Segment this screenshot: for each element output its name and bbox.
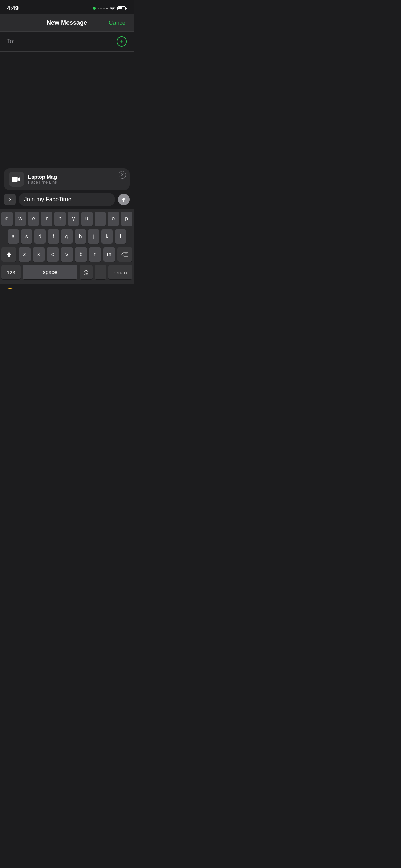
- attachment-subtitle: FaceTime Link: [28, 180, 57, 185]
- attachment-card: Laptop Mag FaceTime Link ✕: [4, 168, 130, 190]
- facetime-icon: [12, 175, 21, 184]
- keyboard-row-3: z x c v b n m: [1, 247, 132, 262]
- status-bar: 4:49: [0, 0, 134, 14]
- message-body: [0, 52, 134, 168]
- key-h[interactable]: h: [75, 229, 86, 244]
- key-at[interactable]: @: [80, 265, 93, 279]
- key-n[interactable]: n: [89, 247, 101, 262]
- key-m[interactable]: m: [103, 247, 115, 262]
- key-e[interactable]: e: [28, 212, 39, 226]
- shift-key[interactable]: [1, 247, 16, 262]
- svg-rect-0: [12, 177, 18, 182]
- status-icons: [93, 6, 127, 10]
- dot-4: [106, 8, 108, 9]
- input-row: Join my FaceTime: [0, 190, 134, 209]
- dot-1: [98, 8, 99, 9]
- key-s[interactable]: s: [21, 229, 32, 244]
- keyboard: q w e r t y u i o p a s d f g h j k l z …: [0, 209, 134, 284]
- page-title: New Message: [47, 19, 87, 26]
- key-i[interactable]: i: [95, 212, 106, 226]
- emoji-button[interactable]: 😊: [3, 286, 17, 289]
- battery-icon: [117, 6, 127, 10]
- key-z[interactable]: z: [19, 247, 31, 262]
- facetime-icon-wrap: [9, 172, 24, 187]
- attachment-info: Laptop Mag FaceTime Link: [28, 174, 57, 185]
- cancel-button[interactable]: Cancel: [109, 20, 127, 26]
- key-w[interactable]: w: [15, 212, 26, 226]
- key-k[interactable]: k: [101, 229, 113, 244]
- message-text: Join my FaceTime: [24, 196, 71, 203]
- send-button[interactable]: [118, 194, 130, 205]
- signal-dots: [98, 8, 108, 9]
- status-time: 4:49: [7, 5, 19, 12]
- key-p[interactable]: p: [121, 212, 132, 226]
- key-period[interactable]: .: [95, 265, 106, 279]
- keyboard-row-2: a s d f g h j k l: [1, 229, 132, 244]
- key-o[interactable]: o: [108, 212, 119, 226]
- key-d[interactable]: d: [34, 229, 46, 244]
- key-a[interactable]: a: [8, 229, 19, 244]
- dot-2: [100, 8, 102, 9]
- dot-3: [103, 8, 105, 9]
- key-t[interactable]: t: [54, 212, 66, 226]
- attachment-title: Laptop Mag: [28, 174, 57, 180]
- keyboard-bottom-bar: 😊: [0, 284, 134, 289]
- keyboard-row-1: q w e r t y u i o p: [1, 212, 132, 226]
- key-v[interactable]: v: [61, 247, 73, 262]
- expand-button[interactable]: [4, 194, 16, 205]
- key-q[interactable]: q: [1, 212, 13, 226]
- message-input[interactable]: Join my FaceTime: [19, 193, 115, 206]
- chevron-right-icon: [8, 197, 12, 202]
- key-x[interactable]: x: [33, 247, 45, 262]
- nav-header: New Message Cancel: [0, 14, 134, 32]
- key-return[interactable]: return: [108, 265, 132, 279]
- key-b[interactable]: b: [75, 247, 87, 262]
- key-u[interactable]: u: [81, 212, 93, 226]
- keyboard-row-4: 123 space @ . return: [1, 265, 132, 279]
- key-space[interactable]: space: [23, 265, 77, 279]
- backspace-key[interactable]: [117, 247, 132, 262]
- key-r[interactable]: r: [41, 212, 52, 226]
- attachment-close-button[interactable]: ✕: [119, 171, 126, 179]
- activity-indicator: [93, 7, 96, 10]
- backspace-icon: [121, 252, 128, 257]
- shift-icon: [6, 251, 12, 257]
- add-recipient-button[interactable]: +: [117, 36, 127, 47]
- wifi-icon: [110, 6, 115, 10]
- to-field[interactable]: To: +: [0, 32, 134, 52]
- send-icon: [121, 197, 126, 202]
- key-l[interactable]: l: [115, 229, 126, 244]
- key-j[interactable]: j: [88, 229, 99, 244]
- key-g[interactable]: g: [61, 229, 72, 244]
- key-y[interactable]: y: [68, 212, 79, 226]
- key-123[interactable]: 123: [1, 265, 21, 279]
- key-f[interactable]: f: [48, 229, 59, 244]
- to-label: To:: [7, 38, 15, 45]
- key-c[interactable]: c: [47, 247, 59, 262]
